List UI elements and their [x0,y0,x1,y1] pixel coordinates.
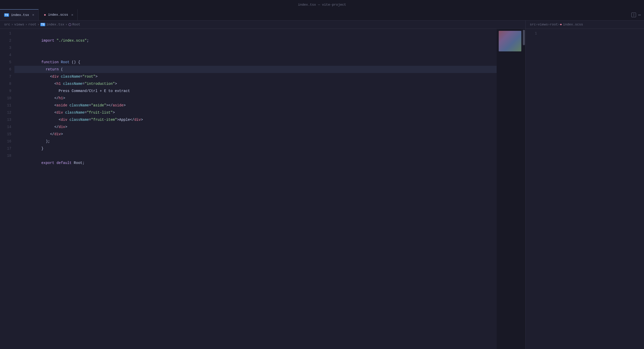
right-bc-file: index.scss [563,23,583,26]
ln-8: 8 [5,80,11,87]
minimap-content [499,31,521,51]
breadcrumb-views: views [14,23,24,26]
tab-index-tsx[interactable]: TS index.tsx ✕ [0,9,39,20]
breadcrumb-left: src › views › root › TS index.tsx › ⬡ Ro… [0,21,525,29]
ln-12: 12 [5,109,11,116]
tab-index-scss[interactable]: ● index.scss ✕ [40,9,78,20]
ln-11: 11 [5,102,11,109]
code-line-18: export default Root; [14,152,497,159]
editor-container: index.tsx — vite-project TS index.tsx ✕ … [0,0,644,349]
sep1: › [11,23,13,26]
code-editor-left: 1 2 3 4 5 6 7 8 9 10 11 12 13 14 15 16 1 [0,29,525,349]
tab-actions: ⋯ [631,9,644,20]
ln-10: 10 [5,95,11,102]
ln-18: 18 [5,152,11,159]
ln-3: 3 [5,44,11,51]
right-editor: 1 [526,29,644,349]
sep4: › [65,23,67,26]
tab-label-tsx: index.tsx [11,13,29,17]
code-line-17 [14,145,497,152]
ln-14: 14 [5,123,11,131]
breadcrumb-component-icon: ⬡ [68,23,71,27]
ts-badge: TS [40,23,45,26]
ln-17: 17 [5,145,11,152]
breadcrumb-right: src › views › root › ● index.scss [526,21,644,29]
ln-5: 5 [5,59,11,66]
breadcrumb-root: root [28,23,36,26]
scrollbar-thumb-left[interactable] [523,30,525,45]
right-sep3: › [558,23,560,26]
close-icon-scss[interactable]: ✕ [71,13,73,17]
minimap [497,29,522,349]
left-editor-pane: src › views › root › TS index.tsx › ⬡ Ro… [0,21,526,349]
scss-icon: ● [44,13,46,17]
sep2: › [25,23,27,26]
code-line-4: function Root () { [14,51,497,59]
code-line-3 [14,44,497,51]
right-sep2: › [548,23,550,26]
ts-icon: TS [4,13,9,17]
code-line-1: import "./index.scss"; [14,30,497,37]
right-bc-src: src [530,23,536,26]
breadcrumb-file: index.tsx [46,23,64,26]
sep3: › [37,23,39,26]
code-line-14: </div> [14,123,497,131]
line-numbers-right: 1 [526,29,540,349]
right-code-area[interactable] [540,29,644,349]
right-sep1: › [536,23,538,26]
breadcrumb-src: src [4,23,10,26]
split-view-icon[interactable] [631,13,636,17]
ln-16: 16 [5,138,11,145]
editor-area: src › views › root › TS index.tsx › ⬡ Ro… [0,21,644,349]
ln-2: 2 [5,37,11,44]
breadcrumb-component: Root [72,23,80,26]
ln-4: 4 [5,51,11,59]
tab-label-scss: index.scss [48,13,68,17]
code-line-15: ); [14,131,497,138]
code-line-5: return ( [14,59,497,66]
tab-bar: TS index.tsx ✕ ● index.scss ✕ ⋯ [0,9,644,21]
ln-6: 6 [5,66,11,73]
ln-15: 15 [5,131,11,138]
ln-7: 7 [5,73,11,80]
code-lines-left[interactable]: import "./index.scss"; function Root () … [14,29,497,349]
ln-9: 9 [5,87,11,95]
ln-1: 1 [5,30,11,37]
code-line-10: <aside className="aside"></aside> [14,95,497,102]
title-bar: index.tsx — vite-project [0,0,644,9]
scss-file-icon: ● [560,23,562,26]
right-ln-1: 1 [531,30,537,37]
minimap-image [499,31,521,51]
more-icon[interactable]: ⋯ [638,12,641,18]
code-line-6: <div className="root"> [14,66,497,73]
close-icon-tsx[interactable]: ✕ [32,13,34,17]
right-bc-views: views [538,23,548,26]
ln-13: 13 [5,116,11,123]
right-editor-pane: src › views › root › ● index.scss 1 [526,21,644,349]
line-numbers-left: 1 2 3 4 5 6 7 8 9 10 11 12 13 14 15 16 1 [0,29,14,349]
code-line-16: } [14,138,497,145]
title-text: index.tsx — vite-project [298,3,346,7]
right-bc-root: root [550,23,558,26]
scrollbar-left[interactable] [522,29,525,349]
